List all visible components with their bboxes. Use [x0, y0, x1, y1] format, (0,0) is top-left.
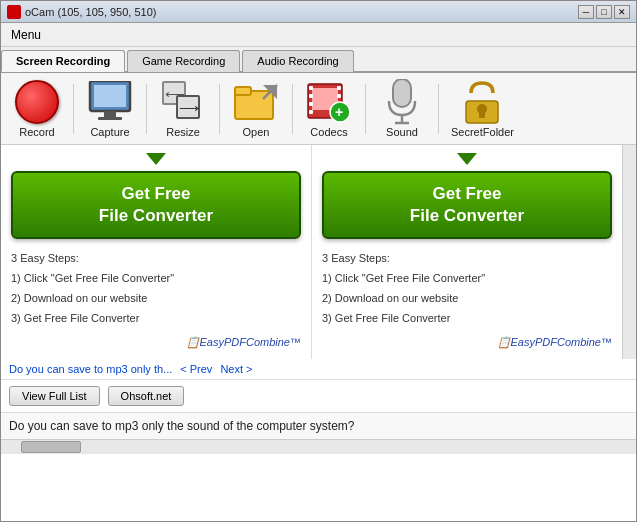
ads-row: Get Free File Converter 3 Easy Steps: 1)…	[1, 145, 636, 359]
ad-brand-1-text: 📋EasyPDFCombine™	[186, 336, 301, 348]
separator5	[365, 84, 366, 134]
ad-brand-1: 📋EasyPDFCombine™	[11, 336, 301, 349]
record-button[interactable]: Record	[7, 77, 67, 140]
status-link-text[interactable]: Do you can save to mp3 only th...	[9, 363, 172, 375]
svg-rect-17	[309, 110, 313, 114]
svg-rect-2	[104, 111, 116, 117]
scroll-thumb[interactable]	[21, 441, 81, 453]
svg-rect-9	[235, 87, 251, 95]
question-text: Do you can save to mp3 only the sound of…	[9, 419, 355, 433]
ad-step-2-2: 2) Download on our website	[322, 289, 612, 309]
ad-step-2-1: 1) Click "Get Free File Converter"	[322, 269, 612, 289]
maximize-button[interactable]: □	[596, 5, 612, 19]
svg-rect-29	[479, 110, 485, 118]
svg-rect-16	[309, 102, 313, 106]
svg-rect-24	[393, 79, 411, 107]
minimize-button[interactable]: ─	[578, 5, 594, 19]
ad-panel-1: Get Free File Converter 3 Easy Steps: 1)…	[1, 145, 312, 359]
resize-label: Resize	[166, 126, 200, 138]
content-area: Get Free File Converter 3 Easy Steps: 1)…	[1, 145, 636, 521]
codecs-button[interactable]: + Codecs	[299, 77, 359, 140]
svg-rect-14	[309, 86, 313, 90]
codecs-icon: +	[306, 80, 352, 124]
open-button[interactable]: Open	[226, 77, 286, 140]
ad-arrow-2	[457, 153, 477, 165]
svg-rect-18	[337, 86, 341, 90]
tab-game-recording[interactable]: Game Recording	[127, 50, 240, 72]
capture-icon	[88, 81, 132, 123]
svg-rect-1	[94, 85, 126, 107]
svg-rect-15	[309, 94, 313, 98]
open-label: Open	[243, 126, 270, 138]
close-button[interactable]: ✕	[614, 5, 630, 19]
capture-button[interactable]: Capture	[80, 77, 140, 140]
svg-rect-19	[337, 94, 341, 98]
secretfolder-label: SecretFolder	[451, 126, 514, 138]
toolbar: Record Capture ⟵ ⟶	[1, 73, 636, 145]
separator2	[146, 84, 147, 134]
ad-steps-title-2: 3 Easy Steps:	[322, 249, 612, 269]
separator4	[292, 84, 293, 134]
ad-step-1-3: 3) Get Free File Converter	[11, 309, 301, 329]
record-icon	[15, 80, 59, 124]
open-icon	[233, 81, 279, 123]
ad-panel-2: Get Free File Converter 3 Easy Steps: 1)…	[312, 145, 622, 359]
window-controls: ─ □ ✕	[578, 5, 630, 19]
tab-audio-recording[interactable]: Audio Recording	[242, 50, 353, 72]
svg-text:+: +	[335, 104, 343, 120]
next-link[interactable]: Next >	[220, 363, 252, 375]
ad-brand-2-text: 📋EasyPDFCombine™	[497, 336, 612, 348]
ad-button-1[interactable]: Get Free File Converter	[11, 171, 301, 239]
ad-button-2[interactable]: Get Free File Converter	[322, 171, 612, 239]
sound-label: Sound	[386, 126, 418, 138]
ad-brand-2: 📋EasyPDFCombine™	[322, 336, 612, 349]
svg-rect-3	[98, 117, 122, 120]
ad-step-2-3: 3) Get Free File Converter	[322, 309, 612, 329]
separator6	[438, 84, 439, 134]
ohsoft-button[interactable]: Ohsoft.net	[108, 386, 185, 406]
codecs-label: Codecs	[310, 126, 347, 138]
capture-label: Capture	[90, 126, 129, 138]
horizontal-scrollbar[interactable]	[1, 439, 636, 453]
sound-icon	[385, 79, 419, 125]
title-bar: oCam (105, 105, 950, 510) ─ □ ✕	[1, 1, 636, 23]
secretfolder-icon	[464, 79, 500, 125]
ad-step-1-2: 2) Download on our website	[11, 289, 301, 309]
resize-button[interactable]: ⟵ ⟶ Resize	[153, 77, 213, 140]
ad-steps-1: 3 Easy Steps: 1) Click "Get Free File Co…	[11, 249, 301, 328]
sound-button[interactable]: Sound	[372, 77, 432, 140]
secretfolder-button[interactable]: SecretFolder	[445, 77, 520, 140]
resize-icon: ⟵ ⟶	[161, 80, 205, 124]
view-full-list-button[interactable]: View Full List	[9, 386, 100, 406]
separator	[73, 84, 74, 134]
tab-screen-recording[interactable]: Screen Recording	[1, 50, 125, 72]
app-icon	[7, 5, 21, 19]
vertical-scrollbar[interactable]	[622, 145, 636, 359]
ad-arrow-1	[146, 153, 166, 165]
action-buttons-row: View Full List Ohsoft.net	[1, 380, 636, 413]
tab-bar: Screen Recording Game Recording Audio Re…	[1, 47, 636, 73]
status-bar: Do you can save to mp3 only th... < Prev…	[1, 359, 636, 380]
question-bar: Do you can save to mp3 only the sound of…	[1, 413, 636, 439]
ad-step-1-1: 1) Click "Get Free File Converter"	[11, 269, 301, 289]
record-label: Record	[19, 126, 54, 138]
menu-bar: Menu	[1, 23, 636, 47]
ad-steps-2: 3 Easy Steps: 1) Click "Get Free File Co…	[322, 249, 612, 328]
separator3	[219, 84, 220, 134]
main-window: oCam (105, 105, 950, 510) ─ □ ✕ Menu Scr…	[0, 0, 637, 522]
svg-text:⟶: ⟶	[179, 100, 199, 116]
window-title: oCam (105, 105, 950, 510)	[25, 6, 156, 18]
menu-item-menu[interactable]: Menu	[1, 23, 51, 46]
prev-link[interactable]: < Prev	[180, 363, 212, 375]
ad-steps-title-1: 3 Easy Steps:	[11, 249, 301, 269]
